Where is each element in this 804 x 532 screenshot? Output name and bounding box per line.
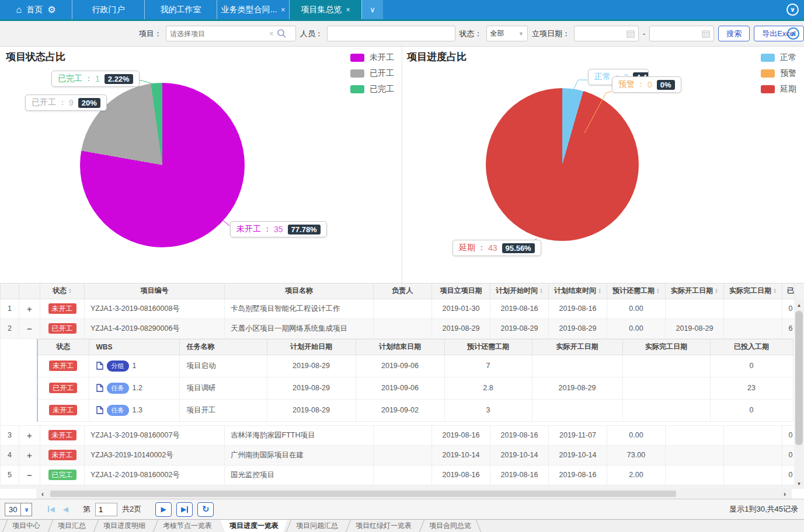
bottom-tab-assessment-nodes[interactable]: 考核节点一览表 [154, 520, 221, 532]
header-owner[interactable]: 负责人 [374, 284, 432, 299]
expand-icon[interactable]: + [27, 430, 32, 440]
prev-page-button[interactable]: ◀ [61, 505, 70, 513]
status-select[interactable]: 全部 ▼ [486, 26, 528, 41]
sub-header-remain[interactable]: 预计还需工期 [444, 339, 532, 355]
page-number-input[interactable] [95, 503, 117, 516]
sort-icon[interactable]: ▲▼ [656, 288, 660, 294]
scrollbar-thumb[interactable] [50, 491, 676, 497]
sort-icon[interactable]: ▲▼ [540, 288, 543, 294]
refresh-button[interactable]: ↻ [197, 502, 214, 517]
sub-header-invested[interactable]: 已投入工期 [710, 339, 793, 355]
header-approve-date[interactable]: 项目立项日期 [432, 284, 490, 299]
gear-icon[interactable]: ⚙ [47, 5, 55, 15]
person-input[interactable] [331, 27, 451, 40]
home-tab[interactable]: ⌂ 首页 ⚙ [0, 0, 72, 19]
date-to-input[interactable] [653, 27, 700, 40]
sort-icon[interactable]: ▲▼ [68, 288, 72, 294]
scroll-up-icon[interactable]: ▲ [794, 300, 804, 310]
calendar-icon[interactable] [702, 30, 710, 38]
sort-icon[interactable]: ▲▼ [598, 288, 601, 294]
date-from-input[interactable] [578, 27, 625, 40]
scroll-right-icon[interactable]: › [779, 489, 790, 499]
tab-admin-portal[interactable]: 行政门户 [72, 0, 144, 19]
percent-badge: 2.22% [105, 74, 133, 84]
chevron-down-icon[interactable]: ∨ [20, 503, 32, 516]
search-button[interactable]: 搜索 [718, 26, 750, 41]
cell-plan-end: 2019-09-02 [356, 399, 444, 421]
table-row[interactable]: 2 − 已开工 YZJA1-4-2019-08290006号 天麓小区项目一期网… [1, 318, 795, 338]
table-row[interactable]: 1 + 未开工 YZJA1-3-2019-08160008号 卡岛别墅项目智能化… [1, 299, 795, 318]
vertical-scrollbar[interactable]: ▲ ▼ [794, 299, 804, 489]
horizontal-scrollbar[interactable]: ‹ › [0, 489, 804, 499]
sub-header-plan-end[interactable]: 计划结束日期 [356, 339, 444, 355]
sub-header-task[interactable]: 任务名称 [179, 339, 267, 355]
sub-header-act-end[interactable]: 实际完工日期 [622, 339, 710, 355]
header-plan-start[interactable]: 计划开始时间▲▼ [490, 284, 549, 299]
collapse-icon[interactable]: − [27, 470, 32, 480]
scroll-down-icon[interactable]: ▼ [794, 479, 804, 488]
header-plan-end[interactable]: 计划结束时间▲▼ [549, 284, 607, 299]
cell-name: 天麓小区项目一期网络系统集成项目 [225, 318, 374, 338]
wbs-subtable: 状态 WBS 任务名称 计划开始日期 计划结束日期 预计还需工期 实际开工日期 … [37, 339, 793, 422]
bottom-tab-traffic-light[interactable]: 项目红绿灯一览表 [347, 520, 420, 532]
filter-bar: 项目： × 人员： 状态： 全部 ▼ 立项日期： - 搜索 导出Excel ∧ [0, 21, 804, 47]
sub-header-plan-start[interactable]: 计划开始日期 [267, 339, 356, 355]
header-actual-end[interactable]: 实际完工日期▲▼ [724, 284, 782, 299]
bottom-tab-problem-summary[interactable]: 项目问题汇总 [287, 520, 347, 532]
scroll-left-icon[interactable]: ‹ [37, 489, 48, 499]
next-page-button[interactable]: ▶ [155, 502, 172, 517]
table-row[interactable]: 5 − 已完工 YZJA1-2-2019-08160002号 国光监控项目 20… [1, 465, 795, 485]
cell-act-end [622, 399, 710, 421]
cell-act-start: 2019-08-29 [532, 377, 622, 399]
close-icon[interactable]: × [281, 6, 285, 14]
header-remain[interactable]: 预计还需工期▲▼ [607, 284, 666, 299]
bottom-tab-progress-list[interactable]: 项目进度一览表 [221, 520, 287, 532]
sub-header-wbs[interactable]: WBS [89, 339, 179, 355]
subtable-row[interactable]: 未开工 任务1.3 项目开工 2019-08-29 2019-09-02 3 0 [37, 399, 793, 421]
date-to-field[interactable] [649, 26, 714, 41]
calendar-icon[interactable] [627, 30, 635, 38]
project-select-field[interactable]: × [166, 26, 296, 41]
cell-plan-start: 2019-08-16 [490, 465, 549, 485]
tab-business-contract[interactable]: 业务类型合同... × [217, 0, 289, 19]
cell-act-start [666, 445, 724, 465]
sort-icon[interactable]: ▲▼ [715, 288, 718, 294]
close-icon[interactable]: × [346, 6, 350, 14]
tab-list-dropdown[interactable]: ∨ [361, 0, 383, 19]
bottom-tab-project-summary[interactable]: 项目汇总 [49, 520, 95, 532]
expand-icon[interactable]: + [27, 450, 32, 460]
tab-my-workspace[interactable]: 我的工作室 [144, 0, 217, 19]
project-input[interactable] [170, 27, 266, 40]
cell-rownum: 1 [1, 299, 19, 318]
header-invested[interactable]: 已投入工期 [782, 284, 795, 299]
page-size-select[interactable]: 30 ∨ [5, 503, 32, 516]
home-icon[interactable]: ⌂ [16, 5, 22, 15]
collapse-circle-up-icon[interactable]: ∧ [787, 27, 799, 40]
header-actual-start[interactable]: 实际开工日期▲▼ [666, 284, 724, 299]
subtable-row[interactable]: 未开工 分组1 项目启动 2019-08-29 2019-09-06 7 0 [37, 355, 793, 377]
sort-icon[interactable]: ▲▼ [773, 288, 777, 294]
tab-project-overview[interactable]: 项目集总览 × [289, 0, 361, 19]
first-page-button[interactable]: ◀ [46, 505, 56, 513]
search-icon[interactable] [277, 29, 287, 38]
cell-name: 国光监控项目 [225, 465, 374, 485]
subtable-row[interactable]: 已开工 任务1.2 项目调研 2019-08-29 2019-09-06 2.8… [37, 377, 793, 399]
date-from-field[interactable] [574, 26, 639, 41]
bottom-tab-project-center[interactable]: 项目中心 [4, 520, 49, 532]
collapse-icon[interactable]: − [27, 324, 32, 334]
bottom-tab-contract-overview[interactable]: 项目合同总览 [420, 520, 480, 532]
bottom-tab-progress-detail[interactable]: 项目进度明细 [95, 520, 154, 532]
sub-header-act-start[interactable]: 实际开工日期 [532, 339, 622, 355]
table-row[interactable]: 3 + 未开工 YZJA1-3-2019-08160007号 吉林洋海韵家园FT… [1, 425, 795, 445]
expand-icon[interactable]: + [27, 304, 32, 314]
header-status[interactable]: 状态▲▼ [40, 284, 85, 299]
header-code[interactable]: 项目编号 [85, 284, 225, 299]
table-row[interactable]: 4 + 未开工 YZJA3-2019-10140002号 广州南街国际项目在建 … [1, 445, 795, 465]
scrollbar-thumb[interactable] [795, 311, 803, 445]
last-page-button[interactable]: ▶ [176, 502, 193, 517]
collapse-circle-down-icon[interactable]: ∨ [786, 4, 799, 16]
header-name[interactable]: 项目名称 [225, 284, 374, 299]
clear-icon[interactable]: × [269, 29, 274, 38]
person-field[interactable] [327, 26, 455, 41]
sub-header-status[interactable]: 状态 [37, 339, 89, 355]
